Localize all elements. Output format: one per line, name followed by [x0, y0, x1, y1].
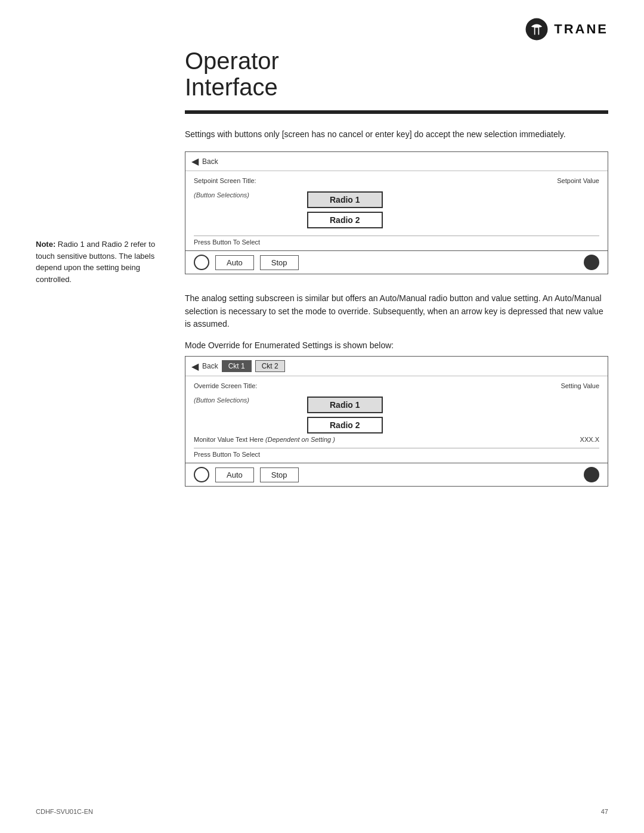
ckt2-tab[interactable]: Ckt 2	[255, 360, 285, 372]
press-button-label-1: Press Button To Select	[194, 239, 599, 246]
screen1-radio-area: (Button Selections) Radio 1 Radio 2	[194, 189, 599, 231]
screen2-divider	[194, 448, 599, 448]
screen1-header: ◀ Back	[185, 152, 608, 171]
main-content: Settings with buttons only [screen has n…	[185, 128, 608, 498]
footer-right: 47	[601, 808, 608, 815]
stop-btn-1[interactable]: Stop	[260, 255, 299, 270]
page-title-line1: Operator	[185, 48, 279, 74]
monitor-value-text: Monitor Value Text Here (Dependent on Se…	[194, 436, 335, 443]
setpoint-value-label: Setpoint Value	[557, 177, 599, 184]
radio1-btn[interactable]: Radio 1	[307, 191, 383, 208]
button-selections-label-1: (Button Selections)	[194, 189, 259, 199]
footer-left: CDHF-SVU01C-EN	[36, 808, 93, 815]
screen2-box: ◀ Back Ckt 1 Ckt 2 Override Screen Title…	[185, 356, 608, 487]
circle-filled-1	[584, 255, 599, 270]
back-arrow-icon: ◀	[191, 156, 199, 167]
side-note-bold: Note:	[36, 240, 55, 249]
auto-btn-1[interactable]: Auto	[215, 255, 254, 270]
press-button-label-2: Press Button To Select	[194, 451, 599, 458]
page-footer: CDHF-SVU01C-EN 47	[36, 808, 608, 815]
screen1-box: ◀ Back Setpoint Screen Title: Setpoint V…	[185, 151, 608, 274]
monitor-value-num: XXX.X	[580, 436, 599, 443]
mode-override-label: Mode Override for Enumerated Settings is…	[185, 340, 608, 350]
circle-empty-2	[194, 467, 209, 482]
screen2-header: ◀ Back Ckt 1 Ckt 2	[185, 357, 608, 376]
second-section: The analog setting subscreen is similar …	[185, 292, 608, 487]
page-title-area: Operator Interface	[185, 48, 279, 100]
monitor-dependent-label: (Dependent on Setting )	[265, 436, 335, 443]
circle-filled-2	[584, 467, 599, 482]
radio-group-1: Radio 1 Radio 2	[307, 191, 383, 228]
side-note: Note: Radio 1 and Radio 2 refer to touch…	[36, 239, 167, 285]
auto-btn-2[interactable]: Auto	[215, 467, 254, 482]
screen1-divider	[194, 236, 599, 236]
screen2-footer: Auto Stop	[185, 463, 608, 486]
setpoint-screen-title-label: Setpoint Screen Title:	[194, 177, 256, 184]
radio1-btn-2[interactable]: Radio 1	[307, 397, 383, 413]
title-rule	[185, 110, 608, 114]
radio2-btn-2[interactable]: Radio 2	[307, 417, 383, 433]
button-selections-label-2: (Button Selections)	[194, 394, 259, 404]
setting-value-label: Setting Value	[561, 382, 599, 389]
screen1-back-label: Back	[202, 157, 218, 166]
analog-text: The analog setting subscreen is similar …	[185, 292, 608, 331]
svg-point-0	[526, 18, 548, 41]
screen1-row-labels: Setpoint Screen Title: Setpoint Value	[194, 177, 599, 184]
radio2-btn[interactable]: Radio 2	[307, 212, 383, 228]
override-screen-title-label: Override Screen Title:	[194, 382, 257, 389]
screen2-row-labels: Override Screen Title: Setting Value	[194, 382, 599, 389]
screen2-back-label: Back	[202, 362, 218, 370]
logo-area: TRANE	[524, 17, 608, 42]
screen2-body: Override Screen Title: Setting Value (Bu…	[185, 376, 608, 458]
logo-text: TRANE	[554, 21, 608, 37]
page-title-line2: Interface	[185, 74, 279, 100]
intro-text: Settings with buttons only [screen has n…	[185, 128, 608, 141]
back-arrow-icon-2: ◀	[191, 361, 199, 372]
radio-group-2: Radio 1 Radio 2	[307, 397, 383, 433]
circle-empty-1	[194, 255, 209, 270]
trane-logo-icon	[524, 17, 549, 42]
stop-btn-2[interactable]: Stop	[260, 467, 299, 482]
screen1-body: Setpoint Screen Title: Setpoint Value (B…	[185, 171, 608, 246]
monitor-value-row: Monitor Value Text Here (Dependent on Se…	[194, 436, 599, 443]
screen1-footer: Auto Stop	[185, 250, 608, 274]
ckt1-tab[interactable]: Ckt 1	[222, 360, 252, 372]
screen2-radio-area: (Button Selections) Radio 1 Radio 2	[194, 394, 599, 436]
